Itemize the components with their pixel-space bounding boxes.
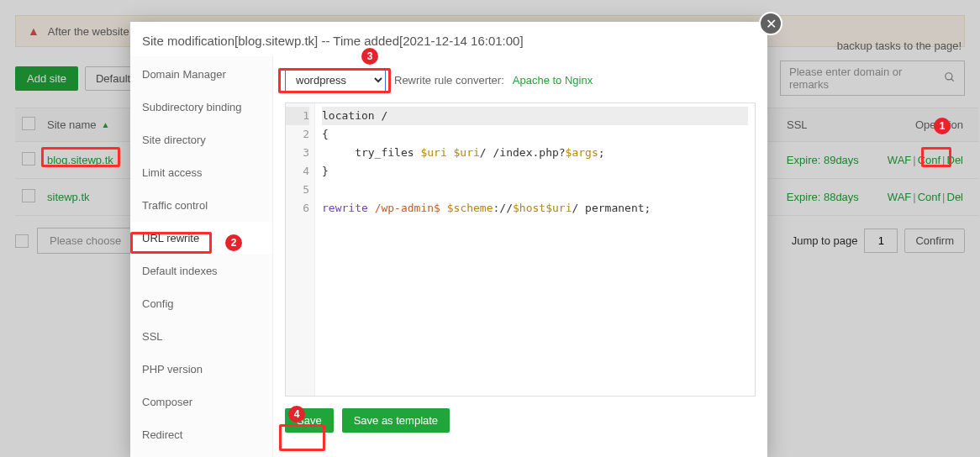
- apache-to-nginx-link[interactable]: Apache to Nginx: [513, 74, 593, 87]
- sidebar-item-site-directory[interactable]: Site directory: [130, 123, 272, 156]
- sidebar-item-domain-manager[interactable]: Domain Manager: [130, 58, 272, 91]
- sidebar-item-php-version[interactable]: PHP version: [130, 353, 272, 386]
- sidebar-item-default-indexes[interactable]: Default indexes: [130, 255, 272, 287]
- annotation-badge-2: 2: [225, 234, 242, 251]
- editor-gutter: 1 23456: [286, 103, 315, 396]
- sidebar-item-limit-access[interactable]: Limit access: [130, 156, 272, 189]
- annotation-badge-1: 1: [934, 118, 951, 134]
- rewrite-rule-select[interactable]: wordpress: [285, 68, 386, 92]
- converter-label: Rewrite rule converter:: [394, 74, 504, 87]
- code-editor[interactable]: 1 23456 location /{ try_files $uri $uri/…: [285, 102, 756, 397]
- sidebar-item-subdirectory[interactable]: Subdirectory binding: [130, 91, 272, 123]
- modal-side-nav: Domain Manager Subdirectory binding Site…: [130, 56, 273, 457]
- sidebar-item-composer[interactable]: Composer: [130, 386, 272, 418]
- modal-main-pane: wordpress Rewrite rule converter: Apache…: [273, 56, 767, 457]
- sidebar-item-config[interactable]: Config: [130, 287, 272, 320]
- sidebar-item-traffic-control[interactable]: Traffic control: [130, 189, 272, 222]
- editor-code[interactable]: location /{ try_files $uri $uri/ /index.…: [315, 103, 755, 396]
- sidebar-item-ssl[interactable]: SSL: [130, 320, 272, 353]
- annotation-badge-4: 4: [288, 406, 305, 423]
- annotation-badge-3: 3: [361, 48, 378, 65]
- save-as-template-button[interactable]: Save as template: [342, 408, 450, 433]
- sidebar-item-redirect[interactable]: Redirect: [130, 418, 272, 451]
- close-icon[interactable]: ✕: [759, 12, 782, 35]
- modal-title: Site modification[blog.sitewp.tk] -- Tim…: [130, 22, 767, 56]
- sidebar-item-url-rewrite[interactable]: URL rewrite: [130, 222, 272, 255]
